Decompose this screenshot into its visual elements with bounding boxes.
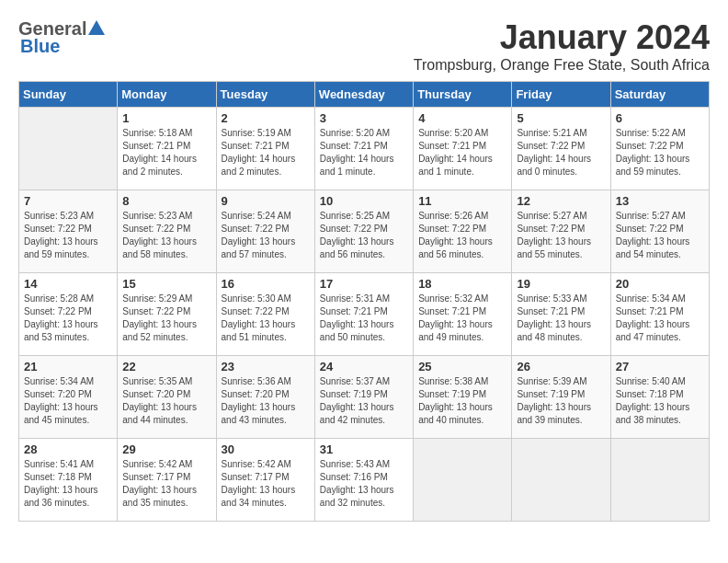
day-number: 21 xyxy=(24,360,112,373)
cell-content: Sunrise: 5:41 AMSunset: 7:18 PMDaylight:… xyxy=(24,458,112,510)
daylight-text: Daylight: 13 hours and 58 minutes. xyxy=(122,236,197,259)
daylight-text: Daylight: 13 hours and 40 minutes. xyxy=(418,402,493,425)
sunrise-text: Sunrise: 5:34 AM xyxy=(616,293,686,304)
cell-content: Sunrise: 5:33 AMSunset: 7:21 PMDaylight:… xyxy=(517,293,605,344)
sunset-text: Sunset: 7:18 PM xyxy=(24,472,92,482)
day-number: 20 xyxy=(616,277,704,291)
sunrise-text: Sunrise: 5:30 AM xyxy=(222,293,291,304)
cell-2-6: 20Sunrise: 5:34 AMSunset: 7:21 PMDayligh… xyxy=(610,273,709,356)
daylight-text: Daylight: 13 hours and 59 minutes. xyxy=(616,154,690,177)
sunrise-text: Sunrise: 5:41 AM xyxy=(24,459,94,469)
cell-content: Sunrise: 5:35 AMSunset: 7:20 PMDaylight:… xyxy=(122,375,210,427)
sunset-text: Sunset: 7:17 PM xyxy=(222,472,290,482)
cell-4-6 xyxy=(610,439,709,522)
day-number: 17 xyxy=(320,277,408,291)
daylight-text: Daylight: 13 hours and 49 minutes. xyxy=(418,319,493,342)
sunset-text: Sunset: 7:22 PM xyxy=(616,224,684,234)
daylight-text: Daylight: 13 hours and 59 minutes. xyxy=(24,236,98,259)
sunset-text: Sunset: 7:22 PM xyxy=(24,224,92,234)
day-number: 1 xyxy=(122,111,210,125)
daylight-text: Daylight: 13 hours and 45 minutes. xyxy=(24,402,98,425)
day-number: 24 xyxy=(320,360,408,373)
sunrise-text: Sunrise: 5:23 AM xyxy=(24,211,94,221)
sunset-text: Sunset: 7:19 PM xyxy=(320,389,388,399)
daylight-text: Daylight: 14 hours and 1 minute. xyxy=(418,154,493,177)
sunrise-text: Sunrise: 5:18 AM xyxy=(122,128,192,138)
sunset-text: Sunset: 7:22 PM xyxy=(517,224,585,234)
day-number: 27 xyxy=(616,360,704,373)
cell-1-0: 7Sunrise: 5:23 AMSunset: 7:22 PMDaylight… xyxy=(19,190,118,273)
cell-0-1: 1Sunrise: 5:18 AMSunset: 7:21 PMDaylight… xyxy=(118,108,216,190)
cell-content: Sunrise: 5:32 AMSunset: 7:21 PMDaylight:… xyxy=(418,293,506,344)
sunset-text: Sunset: 7:22 PM xyxy=(320,224,388,234)
cell-content: Sunrise: 5:34 AMSunset: 7:20 PMDaylight:… xyxy=(24,375,112,427)
cell-4-2: 30Sunrise: 5:42 AMSunset: 7:17 PMDayligh… xyxy=(216,439,314,522)
cell-2-5: 19Sunrise: 5:33 AMSunset: 7:21 PMDayligh… xyxy=(512,273,610,356)
cell-2-4: 18Sunrise: 5:32 AMSunset: 7:21 PMDayligh… xyxy=(414,273,512,356)
daylight-text: Daylight: 13 hours and 38 minutes. xyxy=(616,402,690,425)
day-number: 19 xyxy=(517,277,605,291)
sunrise-text: Sunrise: 5:42 AM xyxy=(122,459,192,469)
cell-content: Sunrise: 5:26 AMSunset: 7:22 PMDaylight:… xyxy=(418,210,506,261)
daylight-text: Daylight: 13 hours and 34 minutes. xyxy=(222,485,296,508)
cell-content: Sunrise: 5:42 AMSunset: 7:17 PMDaylight:… xyxy=(222,458,310,510)
sunrise-text: Sunrise: 5:38 AM xyxy=(418,376,488,386)
day-number: 30 xyxy=(222,442,310,456)
cell-1-2: 9Sunrise: 5:24 AMSunset: 7:22 PMDaylight… xyxy=(216,190,314,273)
sunrise-text: Sunrise: 5:26 AM xyxy=(418,211,488,221)
cell-content: Sunrise: 5:30 AMSunset: 7:22 PMDaylight:… xyxy=(222,293,310,344)
sunset-text: Sunset: 7:18 PM xyxy=(616,389,684,399)
daylight-text: Daylight: 13 hours and 44 minutes. xyxy=(122,402,197,425)
cell-content: Sunrise: 5:40 AMSunset: 7:18 PMDaylight:… xyxy=(616,375,704,427)
week-row-1: 1Sunrise: 5:18 AMSunset: 7:21 PMDaylight… xyxy=(19,108,710,190)
cell-content: Sunrise: 5:34 AMSunset: 7:21 PMDaylight:… xyxy=(616,293,704,344)
logo-triangle-icon xyxy=(88,20,105,35)
day-number: 2 xyxy=(222,111,310,125)
cell-content: Sunrise: 5:29 AMSunset: 7:22 PMDaylight:… xyxy=(122,293,210,344)
sunset-text: Sunset: 7:21 PM xyxy=(517,306,585,316)
sunset-text: Sunset: 7:22 PM xyxy=(222,306,290,316)
day-number: 22 xyxy=(122,360,210,373)
sunrise-text: Sunrise: 5:31 AM xyxy=(320,293,390,304)
daylight-text: Daylight: 13 hours and 54 minutes. xyxy=(616,236,690,259)
cell-content: Sunrise: 5:31 AMSunset: 7:21 PMDaylight:… xyxy=(320,293,408,344)
sunrise-text: Sunrise: 5:33 AM xyxy=(517,293,586,304)
col-wednesday: Wednesday xyxy=(314,82,413,108)
calendar-table: Sunday Monday Tuesday Wednesday Thursday… xyxy=(18,81,710,522)
daylight-text: Daylight: 13 hours and 50 minutes. xyxy=(320,319,394,342)
day-number: 4 xyxy=(418,111,506,125)
month-title: January 2024 xyxy=(414,18,710,57)
col-thursday: Thursday xyxy=(414,82,512,108)
sunset-text: Sunset: 7:19 PM xyxy=(418,389,486,399)
day-number: 8 xyxy=(122,194,210,208)
day-number: 14 xyxy=(24,277,112,291)
daylight-text: Daylight: 13 hours and 51 minutes. xyxy=(222,319,296,342)
cell-1-4: 11Sunrise: 5:26 AMSunset: 7:22 PMDayligh… xyxy=(414,190,512,273)
sunset-text: Sunset: 7:21 PM xyxy=(320,141,388,151)
sunrise-text: Sunrise: 5:36 AM xyxy=(222,376,291,386)
week-row-4: 21Sunrise: 5:34 AMSunset: 7:20 PMDayligh… xyxy=(19,356,710,439)
sunrise-text: Sunrise: 5:23 AM xyxy=(122,211,192,221)
cell-content: Sunrise: 5:37 AMSunset: 7:19 PMDaylight:… xyxy=(320,375,408,427)
cell-4-0: 28Sunrise: 5:41 AMSunset: 7:18 PMDayligh… xyxy=(19,439,118,522)
day-number: 13 xyxy=(616,194,704,208)
cell-content: Sunrise: 5:21 AMSunset: 7:22 PMDaylight:… xyxy=(517,127,605,178)
sunrise-text: Sunrise: 5:40 AM xyxy=(616,376,686,386)
cell-0-5: 5Sunrise: 5:21 AMSunset: 7:22 PMDaylight… xyxy=(512,108,610,190)
sunrise-text: Sunrise: 5:37 AM xyxy=(320,376,390,386)
cell-content: Sunrise: 5:38 AMSunset: 7:19 PMDaylight:… xyxy=(418,375,506,427)
day-number: 10 xyxy=(320,194,408,208)
cell-0-3: 3Sunrise: 5:20 AMSunset: 7:21 PMDaylight… xyxy=(314,108,413,190)
sunset-text: Sunset: 7:21 PM xyxy=(418,141,486,151)
day-number: 18 xyxy=(418,277,506,291)
cell-content: Sunrise: 5:23 AMSunset: 7:22 PMDaylight:… xyxy=(122,210,210,261)
cell-content: Sunrise: 5:42 AMSunset: 7:17 PMDaylight:… xyxy=(122,458,210,510)
week-row-2: 7Sunrise: 5:23 AMSunset: 7:22 PMDaylight… xyxy=(19,190,710,273)
daylight-text: Daylight: 13 hours and 42 minutes. xyxy=(320,402,394,425)
cell-3-2: 23Sunrise: 5:36 AMSunset: 7:20 PMDayligh… xyxy=(216,356,314,439)
daylight-text: Daylight: 14 hours and 2 minutes. xyxy=(222,154,296,177)
sunset-text: Sunset: 7:21 PM xyxy=(122,141,190,151)
sunset-text: Sunset: 7:22 PM xyxy=(122,306,190,316)
cell-4-1: 29Sunrise: 5:42 AMSunset: 7:17 PMDayligh… xyxy=(118,439,216,522)
sunset-text: Sunset: 7:16 PM xyxy=(320,472,388,482)
